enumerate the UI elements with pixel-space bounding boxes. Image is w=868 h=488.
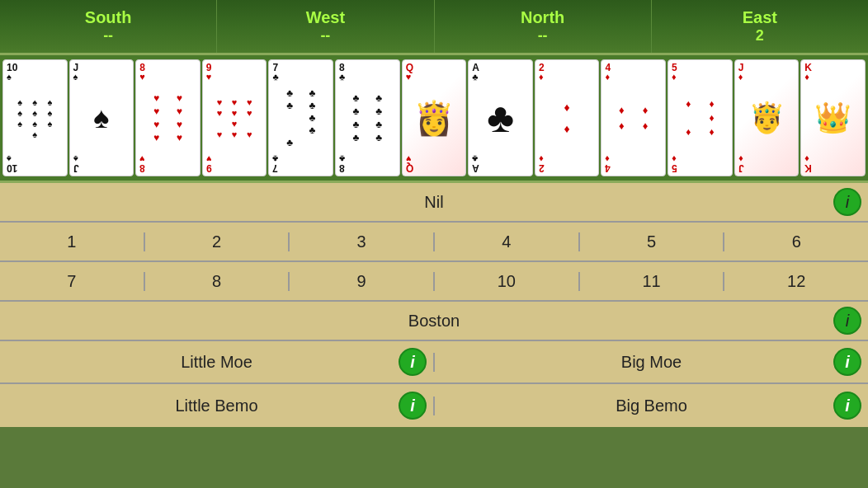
big-bemo-info-button[interactable]: i <box>833 392 861 420</box>
east-label: East <box>743 8 777 27</box>
num-cell-12[interactable]: 12 <box>724 272 868 291</box>
num-cell-7[interactable]: 7 <box>0 272 145 291</box>
card-4[interactable]: 9♥ ♥♥♥ ♥♥♥ ♥ ♥♥♥ 9♥ <box>202 59 267 176</box>
little-moe-cell[interactable]: Little Moe i <box>0 353 435 372</box>
card-6[interactable]: 8♣ ♣♣ ♣♣ ♣♣ ♣♣ 8♣ <box>335 59 400 176</box>
boston-row: Boston i <box>0 302 868 341</box>
card-2[interactable]: J♠ ♠ J♠ <box>69 59 134 176</box>
card-12[interactable]: J♦ 🤴 J♦ <box>734 59 800 176</box>
west-sub: -- <box>320 27 330 45</box>
little-moe-info-button[interactable]: i <box>399 348 427 376</box>
num-cell-11[interactable]: 11 <box>580 272 725 291</box>
nil-label: Nil <box>424 193 443 212</box>
big-moe-cell[interactable]: Big Moe i <box>435 353 868 372</box>
east-sub: 2 <box>756 27 764 45</box>
little-bemo-cell[interactable]: Little Bemo i <box>0 396 435 415</box>
little-bemo-label: Little Bemo <box>175 396 257 415</box>
bemo-row: Little Bemo i Big Bemo i <box>0 384 868 427</box>
big-bemo-label: Big Bemo <box>616 396 687 415</box>
card-5[interactable]: 7♣ ♣♣ ♣♣ ♣ ♣♣ 7♣ <box>268 59 333 176</box>
moe-row: Little Moe i Big Moe i <box>0 341 868 384</box>
card-8[interactable]: A♣ ♣ A♣ <box>468 59 533 176</box>
num-cell-2[interactable]: 2 <box>145 232 290 251</box>
nil-row: Nil i <box>0 183 868 223</box>
card-9[interactable]: 2♦ ♦ ♦ 2♦ <box>535 59 600 176</box>
header: South -- West -- North -- East 2 <box>0 0 868 55</box>
south-sub: -- <box>103 27 113 45</box>
little-moe-label: Little Moe <box>181 353 252 372</box>
num-cell-10[interactable]: 10 <box>435 272 580 291</box>
west-label: West <box>306 8 345 27</box>
south-label: South <box>85 8 132 27</box>
card-1[interactable]: 10♠ ♠♠♠ ♠♠♠ ♠♠♠ ♠ 10♠ <box>2 59 68 176</box>
card-10[interactable]: 4♦ ♦♦ ♦♦ 4♦ <box>601 59 666 176</box>
north-label: North <box>521 8 564 27</box>
big-moe-info-button[interactable]: i <box>833 348 861 376</box>
little-bemo-info-button[interactable]: i <box>399 392 427 420</box>
num-cell-6[interactable]: 6 <box>724 232 868 251</box>
boston-label: Boston <box>408 312 460 331</box>
header-north: North -- <box>435 0 652 53</box>
north-sub: -- <box>538 27 548 45</box>
card-13[interactable]: K♦ 👑 K♦ <box>800 59 866 176</box>
num-cell-3[interactable]: 3 <box>290 232 435 251</box>
num-cell-9[interactable]: 9 <box>290 272 435 291</box>
num-cell-4[interactable]: 4 <box>435 232 580 251</box>
header-west: West -- <box>217 0 434 53</box>
cards-row: 10♠ ♠♠♠ ♠♠♠ ♠♠♠ ♠ 10♠ J♠ ♠ J♠ 8♥ ♥♥ ♥♥ ♥… <box>0 55 868 183</box>
num-cell-1[interactable]: 1 <box>0 232 145 251</box>
num-cell-8[interactable]: 8 <box>145 272 290 291</box>
big-moe-label: Big Moe <box>621 353 682 372</box>
header-east: East 2 <box>652 0 868 53</box>
card-7[interactable]: Q♥ 👸 Q♥ <box>402 59 467 176</box>
big-bemo-cell[interactable]: Big Bemo i <box>435 396 868 415</box>
num-cell-5[interactable]: 5 <box>580 232 725 251</box>
card-11[interactable]: 5♦ ♦♦ ♦ ♦♦ 5♦ <box>668 59 733 176</box>
nil-info-button[interactable]: i <box>833 188 861 216</box>
game-area: Nil i 1 2 3 4 5 6 7 8 9 10 11 12 Boston … <box>0 183 868 427</box>
numbers-row-1: 1 2 3 4 5 6 <box>0 223 868 262</box>
boston-info-button[interactable]: i <box>833 307 861 335</box>
card-3[interactable]: 8♥ ♥♥ ♥♥ ♥♥ ♥♥ 8♥ <box>135 59 200 176</box>
numbers-row-2: 7 8 9 10 11 12 <box>0 262 868 302</box>
header-south: South -- <box>0 0 217 53</box>
